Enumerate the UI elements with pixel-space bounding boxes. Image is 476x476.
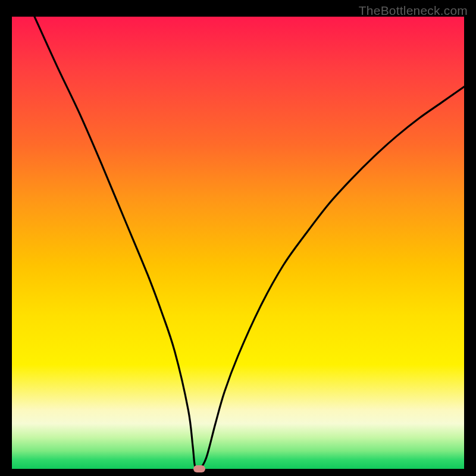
- chart-frame: TheBottleneck.com: [0, 0, 476, 476]
- min-marker: [193, 465, 205, 472]
- watermark-text: TheBottleneck.com: [359, 4, 468, 18]
- plot-area: [12, 17, 464, 469]
- plot-svg: [12, 17, 464, 469]
- curve-line: [35, 17, 464, 469]
